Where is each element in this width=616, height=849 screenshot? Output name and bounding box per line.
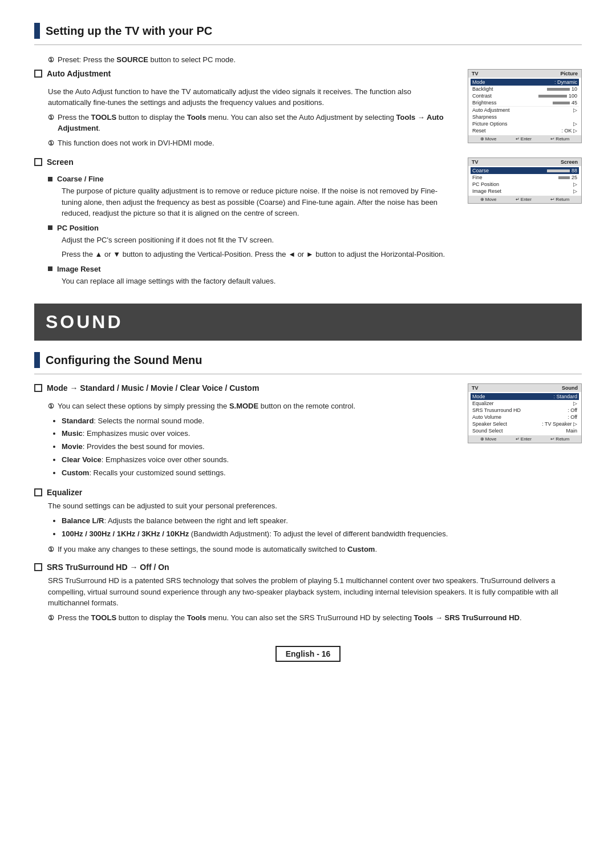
sound-blue-bar-icon — [34, 352, 40, 368]
note-icon: ① — [48, 55, 54, 65]
preset-note-text: Preset: Press the SOURCE button to selec… — [58, 54, 236, 66]
equalizer-note-text: If you make any changes to these setting… — [58, 544, 377, 555]
tv-mockup-sound: TV Sound Mode: Standard Equalizer▷ SRS T… — [468, 383, 582, 443]
tv-mode-row: Mode: Dynamic — [471, 79, 579, 86]
mode-bullet-custom: Custom: Recalls your customized sound se… — [62, 467, 456, 479]
tv-srs-row: SRS Trusurround HD: Off — [471, 407, 579, 414]
tv-autoadj-row: Auto Adjustment▷ — [471, 106, 579, 114]
tv-speakerselect-row: Speaker Select: TV Speaker ▷ — [471, 421, 579, 427]
mode-note: ① You can select these options by simply… — [48, 401, 456, 412]
section-divider — [34, 45, 582, 45]
pc-section: Setting up the TV with your PC ① Preset:… — [34, 23, 582, 286]
mode-note-text: You can select these options by simply p… — [58, 401, 355, 412]
page-number-text: English - 16 — [286, 649, 331, 658]
screen-checkbox-icon — [34, 158, 42, 166]
sound-panel-label: Sound — [562, 385, 578, 391]
sound-section-divider — [34, 374, 582, 374]
equalizer-checkbox-icon — [34, 488, 42, 496]
equalizer-section: Equalizer The sound settings can be adju… — [34, 488, 582, 555]
tv-screen-footer: ⊕ Move ↵ Enter ↩ Return — [468, 196, 581, 203]
pc-position-desc1: Adjust the PC's screen positioning if it… — [62, 235, 456, 246]
auto-adjustment-main: Auto Adjustment Use the Auto Adjust func… — [34, 69, 456, 149]
tv-autovolume-row: Auto Volume: Off — [471, 414, 579, 421]
tv-pcpos-row: PC Position▷ — [471, 181, 579, 188]
mode-checkbox-icon — [34, 384, 42, 392]
image-reset-title: Image Reset — [48, 265, 456, 273]
sound-section: Configuring the Sound Menu Mode → Standa… — [34, 352, 582, 623]
srs-title: SRS TruSurround HD → Off / On — [34, 563, 582, 572]
equalizer-bullet-balance: Balance L/R: Adjusts the balance between… — [62, 515, 582, 527]
image-reset-bullet-icon — [48, 266, 52, 271]
equalizer-desc: The sound settings can be adjusted to su… — [48, 500, 582, 512]
screen-section: Screen Coarse / Fine The purpose of pict… — [34, 157, 582, 286]
image-reset-section: Image Reset You can replace all image se… — [48, 265, 456, 287]
auto-adjustment-note2: ① This function does not work in DVI-HDM… — [48, 138, 456, 149]
equalizer-note: ① If you make any changes to these setti… — [48, 544, 582, 555]
mode-bullets: Standard: Selects the normal sound mode.… — [62, 415, 456, 479]
coarse-fine-title: Coarse / Fine — [48, 175, 456, 183]
auto-adjustment-note1-text: Press the TOOLS button to display the To… — [58, 112, 456, 134]
mode-bullet-music: Music: Emphasizes music over voices. — [62, 428, 456, 440]
image-reset-desc: You can replace all image settings with … — [62, 276, 456, 287]
checkbox-icon — [34, 70, 42, 78]
preset-note-line: ① Preset: Press the SOURCE button to sel… — [48, 54, 582, 66]
note2-icon: ① — [48, 138, 54, 148]
equalizer-bullets: Balance L/R: Adjusts the balance between… — [62, 515, 582, 540]
tv-equalizer-row: Equalizer▷ — [471, 400, 579, 407]
srs-note-text: Press the TOOLS button to display the To… — [58, 612, 522, 624]
equalizer-title: Equalizer — [34, 488, 582, 497]
equalizer-bullet-freq: 100Hz / 300Hz / 1KHz / 3KHz / 10KHz (Ban… — [62, 528, 582, 540]
tv-screen-label: TV — [472, 159, 479, 165]
coarse-fine-desc: The purpose of picture quality adjustmen… — [62, 185, 456, 219]
screen-title: Screen — [34, 157, 456, 167]
mode-bullet-standard: Standard: Selects the normal sound mode. — [62, 415, 456, 427]
tv-picture-footer: ⊕ Move ↵ Enter ↩ Return — [468, 135, 581, 143]
equalizer-note-icon: ① — [48, 544, 54, 555]
tv-pictureoptions-row: Picture Options▷ — [471, 120, 579, 127]
tv-mockup-picture: TV Picture Mode: Dynamic Backlight 10 Co… — [468, 69, 582, 143]
tv-contrast-row: Contrast 100 — [471, 92, 579, 99]
mode-section: Mode → Standard / Music / Movie / Clear … — [34, 383, 582, 479]
blue-bar-icon — [34, 23, 40, 39]
auto-adjustment-section: Auto Adjustment Use the Auto Adjust func… — [34, 69, 582, 149]
tv-backlight-row: Backlight 10 — [471, 86, 579, 92]
mode-main: Mode → Standard / Music / Movie / Clear … — [34, 383, 456, 479]
auto-adjustment-desc: Use the Auto Adjust function to have the… — [48, 86, 456, 108]
pc-section-title-bar: Setting up the TV with your PC — [34, 23, 582, 39]
srs-checkbox-icon — [34, 563, 42, 571]
square-bullet-icon — [48, 177, 52, 181]
tv-reset-row: Reset: OK ▷ — [471, 127, 579, 134]
auto-adjustment-checkbox: Auto Adjustment — [34, 69, 456, 78]
srs-note: ① Press the TOOLS button to display the … — [48, 612, 582, 624]
screen-panel-label: Screen — [561, 159, 578, 165]
srs-note-icon: ① — [48, 613, 54, 623]
pc-position-title: PC Position — [48, 224, 456, 232]
pc-section-title: Setting up the TV with your PC — [46, 25, 212, 38]
mode-note-icon: ① — [48, 401, 54, 411]
tv-label: TV — [472, 71, 479, 76]
page-number-box: English - 16 — [275, 646, 341, 662]
tv-sound-label: TV — [472, 385, 479, 391]
auto-adjustment-note2-text: This function does not work in DVI-HDMI … — [58, 138, 214, 149]
tv-sound-mode-row: Mode: Standard — [471, 393, 579, 400]
mode-bullet-clearvoice: Clear Voice: Emphasizes voice over other… — [62, 454, 456, 466]
tv-sound-footer: ⊕ Move ↵ Enter ↩ Return — [468, 435, 581, 443]
tv-soundselect-row: Sound SelectMain — [471, 427, 579, 434]
tv-sharpness-row: Sharpness — [471, 114, 579, 120]
srs-section: SRS TruSurround HD → Off / On SRS TruSur… — [34, 563, 582, 623]
coarse-fine-section: Coarse / Fine The purpose of picture qua… — [48, 175, 456, 219]
tv-mockup-screen: TV Screen Coarse 88 Fine 25 PC Position▷ — [468, 157, 582, 204]
pc-position-desc2: Press the ▲ or ▼ button to adjusting the… — [62, 249, 456, 260]
mode-checkbox: Mode → Standard / Music / Movie / Clear … — [34, 383, 456, 393]
sound-section-title-bar: Configuring the Sound Menu — [34, 352, 582, 368]
mode-title: Mode → Standard / Music / Movie / Clear … — [34, 383, 456, 393]
pc-position-section: PC Position Adjust the PC's screen posit… — [48, 224, 456, 260]
sound-section-title: Configuring the Sound Menu — [46, 354, 202, 367]
screen-checkbox: Screen — [34, 157, 456, 167]
tv-imgreset-row: Image Reset▷ — [471, 188, 579, 195]
mode-bullet-movie: Movie: Provides the best sound for movie… — [62, 441, 456, 453]
tools-note-icon: ① — [48, 112, 54, 123]
sound-banner: SOUND — [34, 304, 582, 341]
picture-panel-label: Picture — [560, 71, 578, 76]
page-footer: English - 16 — [34, 646, 582, 662]
